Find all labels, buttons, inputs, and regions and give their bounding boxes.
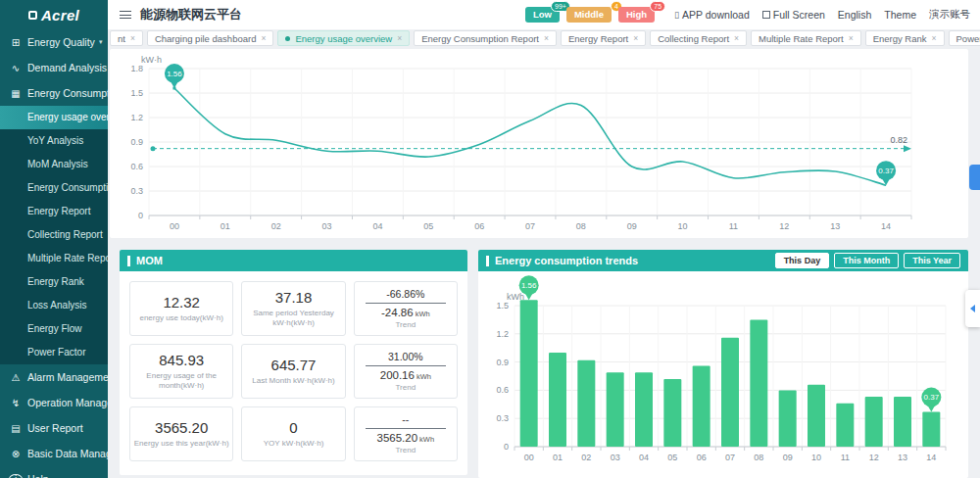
full-screen-link[interactable]: Full Screen (762, 9, 825, 21)
close-tab-icon[interactable]: × (397, 33, 402, 43)
alarm-level-low-button[interactable]: Low99+ (525, 7, 560, 23)
svg-text:13: 13 (830, 221, 840, 231)
sidebar-item-energy-consumption-report[interactable]: Energy Consumption Report (0, 176, 108, 200)
header-link-label: English (838, 9, 871, 21)
active-tab-dot (285, 36, 290, 41)
close-tab-icon[interactable]: × (633, 33, 638, 43)
app-download-link[interactable]: ▯APP download (674, 9, 750, 21)
sidebar-item-power-factor[interactable]: Power Factor (0, 341, 108, 364)
tab-nt[interactable]: nt× (110, 30, 143, 46)
sidebar-item-energy-flow[interactable]: Energy Flow (0, 317, 108, 341)
monitor-icon: ⊞ (9, 37, 23, 48)
tab-label: Power Factor (956, 33, 980, 44)
trend-card: --3565.20kWhTrend (354, 406, 458, 461)
sidebar-group-energy-consumption-analysis[interactable]: ▦Energy Consumption Analysis (0, 80, 108, 106)
-link[interactable]: 演示账号 (929, 8, 970, 22)
sidebar-item-mom-analysis[interactable]: MoM Analysis (0, 153, 108, 176)
sidebar-item-loss-analysis[interactable]: Loss Analysis (0, 294, 108, 317)
sidebar-group-help[interactable]: iHelp (0, 466, 108, 478)
tab-energy-usage-overview[interactable]: Energy usage overview× (277, 30, 410, 46)
svg-text:13: 13 (898, 453, 907, 462)
svg-text:0.82: 0.82 (890, 135, 907, 145)
sidebar-item-energy-rank[interactable]: Energy Rank (0, 270, 108, 294)
trends-panel-title: Energy consumption trends (495, 255, 638, 266)
theme-link[interactable]: Theme (884, 9, 916, 21)
sidebar-item-energy-report[interactable]: Energy Report (0, 200, 108, 223)
sidebar-item-energy-usage-overview[interactable]: Energy usage overview (0, 106, 108, 129)
svg-text:02: 02 (271, 221, 281, 231)
alarm-level-middle-button[interactable]: Middle4 (566, 7, 612, 23)
tab-energy-consumption-report[interactable]: Energy Consumption Report× (414, 30, 557, 46)
sidebar-group-label: Demand Analysis (27, 62, 107, 73)
close-tab-icon[interactable]: × (261, 33, 266, 43)
close-tab-icon[interactable]: × (130, 33, 135, 43)
svg-text:04: 04 (639, 453, 649, 462)
stat-label: Energy usage of the month(kW·h) (133, 371, 229, 392)
sidebar-item-collecting-report[interactable]: Collecting Report (0, 223, 108, 247)
trend-divider (366, 428, 447, 429)
period-button-this-year[interactable]: This Year (904, 253, 960, 268)
period-button-this-day[interactable]: This Day (775, 253, 830, 268)
tab-energy-report[interactable]: Energy Report× (561, 30, 646, 46)
period-button-this-month[interactable]: This Month (834, 253, 899, 268)
collapse-drawer-handle[interactable] (965, 290, 980, 327)
stat-value: 3565.20 (155, 419, 208, 436)
tab-collecting-report[interactable]: Collecting Report× (650, 30, 747, 46)
svg-text:0.9: 0.9 (496, 358, 509, 367)
sidebar-item-yoy-analysis[interactable]: YoY Analysis (0, 129, 108, 153)
tab-multiple-rate-report[interactable]: Multiple Rate Report× (751, 30, 861, 46)
trend-unit: kWh (416, 372, 431, 381)
trend-percent: 31.00% (388, 351, 423, 362)
sidebar-group-basic-data-management[interactable]: ⊗Basic Data Management (0, 441, 108, 466)
close-tab-icon[interactable]: × (734, 33, 739, 43)
svg-text:06: 06 (697, 453, 707, 462)
sidebar-item-multiple-rate-report[interactable]: Multiple Rate Report (0, 247, 108, 270)
stat-card-yoy-kw-h-kw-h: 0YOY kW·h(kW·h) (241, 406, 345, 461)
close-tab-icon[interactable]: × (544, 33, 549, 43)
trend-value-row: 200.16kWh (380, 369, 431, 381)
svg-text:0.37: 0.37 (924, 393, 940, 402)
sidebar-submenu: Energy usage overviewYoY AnalysisMoM Ana… (0, 106, 108, 364)
mom-cards-grid: 12.32energy use today(kW·h)37.18Same per… (120, 271, 467, 471)
svg-text:0.37: 0.37 (878, 167, 894, 175)
tab-energy-rank[interactable]: Energy Rank× (865, 30, 945, 46)
tab-charging-pile-dashboard[interactable]: Charging pile dashboard× (147, 30, 274, 46)
svg-text:1.5: 1.5 (130, 88, 143, 98)
tab-bar: nt×Charging pile dashboard×Energy usage … (108, 29, 980, 47)
svg-text:07: 07 (525, 221, 535, 231)
svg-text:09: 09 (627, 221, 637, 231)
sidebar-group-energy-quality[interactable]: ⊞Energy Quality▾ (0, 29, 108, 55)
notification-count-badge: 75 (650, 1, 665, 12)
svg-text:09: 09 (783, 453, 793, 462)
alarm-badges: Low99+Middle4High75 (525, 7, 662, 23)
svg-text:1.56: 1.56 (167, 70, 182, 78)
stat-value: 37.18 (275, 289, 313, 306)
svg-text:1.5: 1.5 (496, 301, 509, 311)
floating-service-button[interactable] (969, 165, 980, 190)
hourly-usage-line-chart: 00.30.60.91.21.51.8000102030405060708091… (116, 51, 958, 235)
sidebar-group-demand-analysis[interactable]: ∿Demand Analysis▾ (0, 55, 108, 80)
close-tab-icon[interactable]: × (849, 33, 854, 43)
svg-text:00: 00 (524, 453, 534, 462)
sidebar-group-user-report[interactable]: ▤User Report (0, 415, 108, 441)
english-link[interactable]: English (838, 9, 871, 21)
sidebar-group-operation-management[interactable]: ↯Operation Management (0, 390, 108, 415)
trend-divider (366, 365, 447, 366)
collapse-menu-icon[interactable] (120, 11, 131, 19)
trend-label: Trend (396, 320, 416, 329)
svg-text:1.2: 1.2 (496, 329, 509, 339)
sidebar-group-alarm-management[interactable]: ⚠Alarm Management▾ (0, 364, 108, 390)
trend-period-buttons: This DayThis MonthThis Year (775, 253, 960, 268)
stat-label: energy use today(kW·h) (139, 313, 222, 323)
trend-percent: -- (402, 413, 409, 425)
alarm-level-high-button[interactable]: High75 (618, 7, 655, 23)
trend-card: 31.00%200.16kWhTrend (354, 344, 458, 399)
svg-text:0.9: 0.9 (130, 137, 143, 147)
stat-label: Energy use this year(kW·h) (134, 439, 229, 449)
tab-power-factor[interactable]: Power Factor× (949, 30, 980, 46)
trend-card: -66.86%-24.86kWhTrend (354, 281, 458, 336)
close-tab-icon[interactable]: × (932, 33, 937, 43)
svg-text:10: 10 (678, 221, 688, 231)
trend-unit: kWh (416, 310, 430, 318)
app-logo: Acrel (0, 0, 108, 29)
